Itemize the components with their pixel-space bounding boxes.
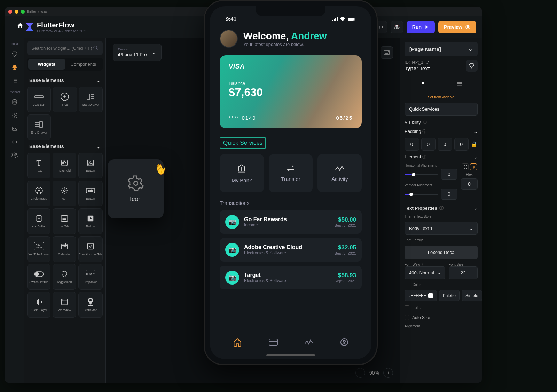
text-props-header[interactable]: Text Properties ⓘ⌄ [405,205,478,211]
tab-components[interactable]: Components [65,59,102,70]
widget-fab[interactable]: FAB [53,87,77,112]
avatar[interactable] [220,30,238,48]
flex-value[interactable]: 0 [461,178,478,190]
gallery-icon[interactable] [8,122,21,135]
transaction-row[interactable]: 📷 TargetElectronics & Software $58.93Sep… [220,266,362,289]
shrink-icon[interactable]: ◎ [470,163,477,170]
autosize-checkbox[interactable]: Auto Size [405,314,478,321]
widget-enddrawer[interactable]: End Drawer [27,114,51,140]
font-family-select[interactable]: Lexend Deca [405,246,478,259]
list-icon[interactable] [8,74,21,87]
font-size-input[interactable]: 22 [449,266,478,279]
close-dot[interactable] [8,10,12,14]
widget-calendar[interactable]: Calendar [53,236,76,262]
lock-icon[interactable]: 🔒 [471,141,478,147]
database-icon[interactable] [8,96,21,109]
home-indicator[interactable] [266,354,315,356]
transaction-row[interactable]: 📷 Go Far RewardsIncome $50.00Sept 3, 202… [220,210,362,234]
service-transfer[interactable]: Transfer [269,154,313,192]
nav-card-icon[interactable] [269,339,278,346]
widget-icon[interactable]: Icon [53,181,76,206]
element-id: ID: Text_1 [405,60,463,65]
home-icon[interactable] [14,19,26,32]
search-input[interactable] [31,46,93,51]
widget-text[interactable]: TText [27,153,50,178]
diamond-icon[interactable] [8,48,21,61]
color-hex[interactable]: #FFFFFF [405,290,437,301]
widget-startdrawer[interactable]: Start Drawer [79,87,103,112]
welcome-row: Welcome, Andrew Your latest updates are … [220,30,362,48]
quick-services-label[interactable]: Quick Services [220,137,266,149]
pad-right[interactable]: 0 [438,138,452,151]
apk-icon[interactable]: 🤖APK [391,21,403,33]
service-mybank[interactable]: My Bank [220,154,264,192]
set-from-variable[interactable]: Set from variable [405,94,478,99]
svg-rect-31 [40,300,40,304]
widget-button3[interactable]: Button [78,208,103,234]
property-tabs [405,77,478,90]
balance-card[interactable]: VISA Balance $7,630 **** 0149 05/25 [220,55,362,128]
zoom-in[interactable]: + [383,368,393,378]
group-header-2[interactable]: Base Elements⌄ [27,140,103,153]
phone-mockup: 9:41 Welcome, Andrew Your latest updates… [204,0,378,365]
visibility-row[interactable]: Visibilityⓘ [405,119,478,125]
widget-circleimage[interactable]: CircleImage [27,181,50,206]
palette-button[interactable]: Palette [439,290,460,301]
tab-design-icon[interactable] [405,77,441,90]
font-weight-select[interactable]: 400- Normal⌄ [405,266,445,279]
tab-data-icon[interactable] [441,77,478,90]
element-header[interactable]: Element ⓘ⌄ [405,154,478,160]
widget-search[interactable] [27,41,103,55]
transaction-row[interactable]: 📷 Adobe Creative CloudElectronics & Soft… [220,238,362,262]
code-rail-icon[interactable] [8,136,21,148]
phone-screen[interactable]: 9:41 Welcome, Andrew Your latest updates… [210,6,371,359]
widget-grid-1: App Bar FAB Start Drawer End Drawer [27,87,103,140]
widget-textfield[interactable]: TextField [53,153,76,178]
layers-icon[interactable] [8,61,21,74]
widget-toggleicon[interactable]: ToggleIcon [53,264,76,290]
widget-switch[interactable]: SwitchListTile [27,264,50,290]
gear-icon[interactable] [8,109,21,122]
edit-icon[interactable] [426,60,430,64]
page-selector[interactable]: [Page Name]⌄ [405,42,478,56]
nav-profile-icon[interactable] [340,338,348,346]
minimize-dot[interactable] [15,10,18,14]
theme-style-select[interactable]: Body Text 1⌄ [405,222,478,235]
widget-appbar[interactable]: App Bar [27,87,51,112]
v-align-value[interactable]: 0 [441,189,457,200]
widget-checkbox[interactable]: CheckboxListTile [78,236,103,262]
diamond-badge-icon[interactable] [466,60,478,72]
device-selector[interactable]: Device iPhone 11 Pro ⌄ [113,44,162,61]
widget-dropdown[interactable]: DROP▾Dropdown [78,264,103,290]
widget-webview[interactable]: WebView [53,292,76,318]
pad-left[interactable]: 0 [405,138,419,151]
v-align-slider[interactable] [405,194,438,195]
service-activity[interactable]: Activity [317,154,362,192]
pad-top[interactable]: 0 [421,138,436,151]
widget-button[interactable]: Button [78,153,103,178]
widget-youtube[interactable]: YouTubeYouTubePlayer [27,236,50,262]
keyboard-view-icon[interactable] [381,46,393,59]
widget-listtile[interactable]: ListTile [53,208,76,234]
text-value-input[interactable]: Quick Services [405,103,478,116]
nav-home-icon[interactable] [233,338,242,347]
h-align-slider[interactable] [405,174,438,175]
widget-audio[interactable]: AudioPlayer [27,292,50,318]
expand-icon[interactable]: ⛶ [462,163,469,170]
nav-activity-icon[interactable] [304,339,313,346]
italic-checkbox[interactable]: Italic [405,305,478,311]
run-button[interactable]: Run [407,21,435,33]
widget-staticmap[interactable]: StaticMap [78,292,103,318]
preview-button[interactable]: Preview [438,21,476,33]
h-align-value[interactable]: 0 [441,169,457,180]
tab-widgets[interactable]: Widgets [28,59,65,70]
zoom-out[interactable]: − [355,368,365,378]
group-header-1[interactable]: Base Elements⌄ [27,74,103,87]
settings-icon[interactable] [8,149,21,161]
widget-button2[interactable]: BTNButton [78,181,103,206]
padding-header[interactable]: Padding ⓘ⌄ [405,129,478,135]
simple-button[interactable]: Simple [462,290,482,301]
pad-bottom[interactable]: 0 [454,138,469,151]
widget-iconbutton[interactable]: IconButton [27,208,50,234]
maximize-dot[interactable] [21,10,25,14]
